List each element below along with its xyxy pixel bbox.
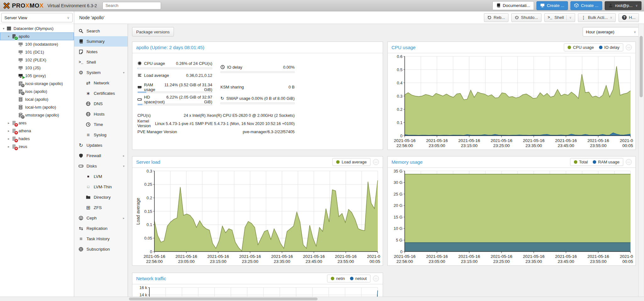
menu-item-zfs[interactable]: ⊞ ZFS xyxy=(74,202,128,213)
shell-button[interactable]: >_ Shell ∨ xyxy=(544,13,575,22)
create-ct-button[interactable]: Create ... xyxy=(570,1,602,10)
tree-item-zeus[interactable]: ▸ ✕ zeus xyxy=(0,143,74,150)
bulk-actions-button[interactable]: ⋮ Bulk Acti... ∨ xyxy=(578,13,616,22)
menu-item-system[interactable]: ⚙ System ▾ xyxy=(74,67,128,78)
tree-item-vm-101[interactable]: 101 (DC1) xyxy=(0,48,74,56)
legend-item: RAM usage xyxy=(593,160,619,164)
menu-item-firewall[interactable]: Firewall ▸ xyxy=(74,150,128,161)
tree-item-vm-100[interactable]: 100 (isodatastore) xyxy=(0,40,74,48)
view-selector[interactable]: Server View ∨ xyxy=(1,13,73,22)
svg-text:2021-0: 2021-0 xyxy=(620,254,633,259)
tree-item-storage-local[interactable]: local (apollo) xyxy=(0,95,74,103)
menu-item-label: Subscription xyxy=(86,247,110,252)
menu-item-network[interactable]: ⇄ Network xyxy=(74,78,128,88)
collapse-panel-button[interactable]: — xyxy=(373,159,379,165)
io-delay-row: IO delay 0.00% xyxy=(220,64,295,70)
user-menu-button[interactable]: root@p... ∨ xyxy=(605,1,641,10)
tree-item-ares[interactable]: ▸ ✕ ares xyxy=(0,119,74,127)
collapse-panel-button[interactable]: — xyxy=(373,275,379,281)
help-button[interactable]: ? H... xyxy=(619,13,639,22)
package-versions-button[interactable]: Package versions xyxy=(132,27,174,37)
create-vm-button[interactable]: Create ... xyxy=(536,1,568,10)
menu-item-time[interactable]: Time xyxy=(74,119,128,130)
svg-text:23:05:00: 23:05:00 xyxy=(429,259,445,264)
tree-item-vm-103[interactable]: 103 (JS) xyxy=(0,64,74,72)
tree-item-apollo[interactable]: ▾ ✓ apollo xyxy=(0,32,74,40)
menu-item-lvm-thin[interactable]: □ LVM-Thin xyxy=(74,182,128,192)
menu-item-label: Replication xyxy=(86,226,108,231)
chevron-down-icon[interactable]: ▾ xyxy=(123,71,125,74)
tree-item-storage-isos[interactable]: ? isos (apollo) xyxy=(0,88,74,95)
panel-title: Server load xyxy=(136,159,160,165)
horizontal-scrollbar-thumb[interactable] xyxy=(129,298,318,300)
unknown-badge: ? xyxy=(21,84,25,87)
menu-item-summary[interactable]: Summary xyxy=(74,36,128,47)
legend-item: CPU usage xyxy=(568,45,594,50)
chevron-down-icon[interactable]: ▾ xyxy=(123,164,125,168)
online-badge: ✓ xyxy=(14,37,18,40)
chevron-right-icon[interactable]: ▸ xyxy=(6,145,11,148)
certificate-icon: ∗ xyxy=(86,91,91,96)
chevron-down-icon[interactable]: ▾ xyxy=(6,35,11,38)
ksm-sharing-row: KSM sharing 0 B xyxy=(220,84,295,90)
menu-item-lvm[interactable]: ■ LVM xyxy=(74,171,128,182)
vertical-scrollbar-thumb[interactable] xyxy=(640,36,643,97)
menu-item-syslog[interactable]: ≡ Syslog xyxy=(74,130,128,140)
svg-text:23:35:00: 23:35:00 xyxy=(525,259,542,264)
chevron-right-icon[interactable]: ▸ xyxy=(6,121,11,125)
tree-item-storage-iscsi[interactable]: ? iscsi-storage (apollo) xyxy=(0,80,74,88)
tree-item-hades[interactable]: ▸ ✕ hades xyxy=(0,135,74,143)
menu-item-ceph[interactable]: Ceph ▸ xyxy=(74,213,128,223)
chevron-down-icon[interactable]: ∨ xyxy=(569,16,571,19)
terminal-icon: >_ xyxy=(548,15,552,20)
timeframe-selector[interactable]: Hour (average) ∨ xyxy=(583,27,638,37)
tree-item-storage-vmstorage[interactable]: ? vmstorage (apollo) xyxy=(0,111,74,119)
menu-item-notes[interactable]: Notes xyxy=(74,47,128,57)
reboot-button[interactable]: Reb... xyxy=(484,13,508,22)
menu-item-dns[interactable]: DNS xyxy=(74,99,128,109)
global-search-input[interactable] xyxy=(103,2,161,9)
storage-icon: ? xyxy=(18,89,23,94)
menu-item-label: Time xyxy=(94,122,103,127)
horizontal-scrollbar[interactable] xyxy=(0,297,644,301)
menu-item-hosts[interactable]: Hosts xyxy=(74,109,128,119)
documentation-button[interactable]: Documentati... xyxy=(492,1,534,10)
legend-dot xyxy=(336,160,340,164)
menu-item-certificates[interactable]: ∗ Certificates xyxy=(74,88,128,99)
vm-stopped-icon xyxy=(18,42,23,47)
resource-tree-panel: Server View ∨ ▾ Datacenter (Olympus) ▾ ✓… xyxy=(0,11,74,301)
vertical-scrollbar[interactable] xyxy=(638,24,643,297)
power-icon xyxy=(515,15,519,20)
menu-item-subscription[interactable]: Subscription xyxy=(74,244,128,254)
chevron-down-icon[interactable]: ∨ xyxy=(610,16,612,19)
menu-item-updates[interactable]: ↻ Updates xyxy=(74,140,128,150)
proxmox-logo: PROXMOX Virtual Environment 6.3-2 xyxy=(3,2,97,9)
tree-item-athena[interactable]: ▸ ✕ athena xyxy=(0,127,74,135)
menu-item-replication[interactable]: ⇆ Replication xyxy=(74,223,128,234)
shutdown-button[interactable]: Shutdo... xyxy=(511,13,541,22)
chevron-right-icon[interactable]: ▸ xyxy=(123,216,125,220)
ram-icon xyxy=(137,85,142,90)
tree-item-datacenter[interactable]: ▾ Datacenter (Olympus) xyxy=(0,25,74,32)
collapse-panel-button[interactable]: — xyxy=(626,159,632,165)
menu-item-shell[interactable]: >_ Shell xyxy=(74,57,128,67)
menu-item-disks[interactable]: Disks ▾ xyxy=(74,161,128,171)
svg-text:23:15:00: 23:15:00 xyxy=(461,259,478,264)
svg-text:0: 0 xyxy=(150,249,152,254)
tree-item-storage-local-lvm[interactable]: local-lvm (apollo) xyxy=(0,103,74,111)
chevron-right-icon[interactable]: ▸ xyxy=(123,154,125,157)
collapse-panel-button[interactable]: — xyxy=(626,44,632,50)
menu-item-search[interactable]: Search xyxy=(74,26,128,36)
chevron-right-icon[interactable]: ▸ xyxy=(6,129,11,133)
menu-item-directory[interactable]: Directory xyxy=(74,192,128,202)
chevron-right-icon[interactable]: ▸ xyxy=(6,137,11,140)
svg-text:2021-05-16: 2021-05-16 xyxy=(523,254,545,259)
menu-item-label: Summary xyxy=(86,39,105,44)
tree-item-vm-105[interactable]: ▶ 105 (proxy) xyxy=(0,72,74,80)
clock-icon xyxy=(86,122,91,127)
svg-text:2021-0: 2021-0 xyxy=(620,138,633,143)
chevron-down-icon[interactable]: ▾ xyxy=(1,27,6,30)
menu-item-task-history[interactable]: ≡ Task History xyxy=(74,234,128,244)
server-load-chart: 0.30.250.20.150.10.0502021-05-1622:56:00… xyxy=(135,168,381,265)
tree-item-vm-102[interactable]: 102 (PLEX) xyxy=(0,56,74,64)
